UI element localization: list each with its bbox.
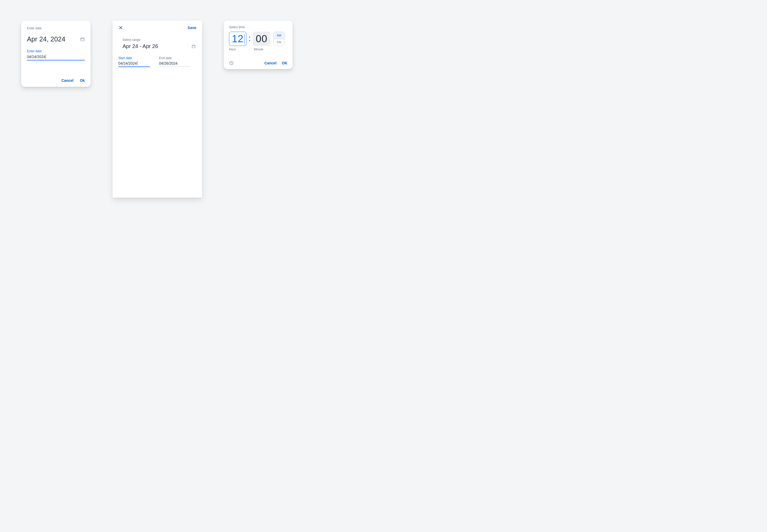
time-separator: :: [249, 34, 251, 44]
date-picker-dialog: Enter date Apr 24, 2024 Enter date Cance…: [21, 21, 91, 87]
calendar-icon[interactable]: [80, 37, 85, 42]
date-picker-actions: Cancel Ok: [27, 73, 85, 83]
range-display-row: Apr 24 - Apr 26: [118, 43, 196, 49]
text-cursor: [46, 54, 46, 59]
close-icon[interactable]: [118, 25, 123, 30]
ok-button[interactable]: OK: [282, 61, 287, 65]
date-display-row: Apr 24, 2024: [27, 35, 85, 43]
date-picker-title: Enter date: [27, 26, 85, 30]
save-button[interactable]: Save: [187, 26, 196, 30]
svg-rect-0: [81, 38, 84, 41]
time-picker-title: Select time: [229, 25, 287, 29]
hour-label: Hour: [229, 47, 247, 51]
clock-icon[interactable]: [229, 61, 234, 65]
time-sub-labels: Hour Minute: [229, 47, 287, 51]
start-date-label: Start date: [118, 56, 150, 60]
date-input-wrapper: [27, 54, 85, 60]
text-cursor: [244, 34, 245, 44]
end-date-label: End date: [159, 56, 191, 60]
am-pm-toggle: AM PM: [273, 32, 285, 46]
start-date-input[interactable]: [118, 60, 150, 67]
ok-button[interactable]: Ok: [80, 78, 85, 83]
minute-label: Minute: [254, 47, 271, 51]
range-topbar: Save: [118, 25, 196, 30]
calendar-icon[interactable]: [191, 44, 196, 49]
start-date-field: Start date: [118, 56, 150, 67]
hour-value: 12: [232, 33, 244, 45]
cancel-button[interactable]: Cancel: [61, 78, 73, 83]
cancel-button[interactable]: Cancel: [264, 61, 277, 65]
date-input-label: Enter date: [27, 49, 85, 53]
minute-value: 00: [256, 33, 267, 45]
end-date-field: End date: [159, 56, 191, 67]
time-picker-dialog: Select time 12 : 00 AM PM Hour Minute Ca…: [224, 21, 293, 69]
time-input-row: 12 : 00 AM PM: [229, 32, 287, 46]
time-picker-bottom: Cancel OK: [229, 56, 287, 65]
hour-input[interactable]: 12: [229, 32, 247, 46]
minute-input[interactable]: 00: [253, 32, 270, 46]
range-fields: Start date End date: [118, 56, 196, 67]
am-button[interactable]: AM: [274, 32, 284, 39]
selected-date-display: Apr 24, 2024: [27, 35, 65, 43]
pm-button[interactable]: PM: [274, 39, 284, 46]
date-range-dialog: Save Select range Apr 24 - Apr 26 Start …: [112, 21, 202, 198]
date-input[interactable]: [27, 54, 85, 60]
range-display: Apr 24 - Apr 26: [122, 43, 158, 49]
range-title: Select range: [122, 38, 196, 42]
svg-rect-6: [192, 45, 195, 48]
end-date-input[interactable]: [159, 60, 191, 67]
